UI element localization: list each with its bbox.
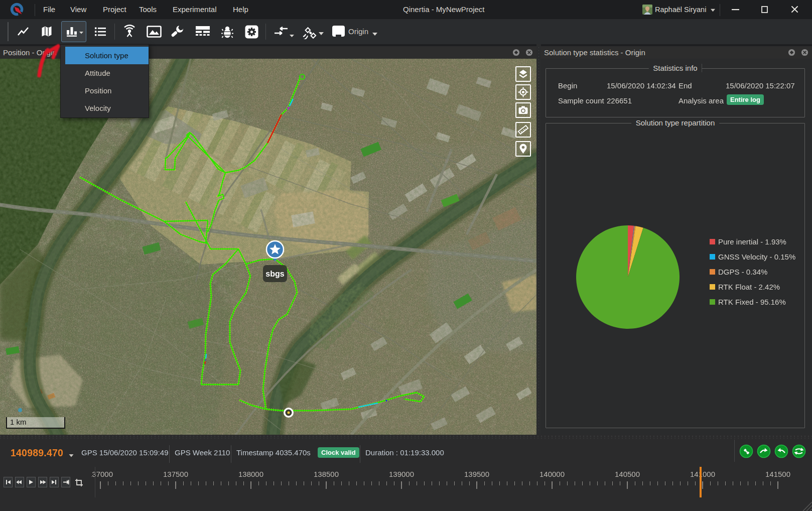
svg-text:sbgs: sbgs: [265, 270, 284, 278]
svg-text:140500: 140500: [615, 470, 640, 478]
svg-text:GNSS Velocity - 0.15%: GNSS Velocity - 0.15%: [718, 252, 795, 261]
svg-text:141000: 141000: [690, 470, 715, 478]
svg-text:RTK Fixed - 95.16%: RTK Fixed - 95.16%: [718, 298, 786, 306]
svg-text:139500: 139500: [464, 470, 489, 478]
svg-text:Pure inertial - 1.93%: Pure inertial - 1.93%: [718, 237, 786, 246]
svg-text:138000: 138000: [238, 470, 263, 478]
svg-text:140000: 140000: [539, 470, 565, 478]
svg-text:141500: 141500: [765, 470, 790, 478]
svg-text:RTK Float - 2.42%: RTK Float - 2.42%: [718, 283, 780, 291]
svg-text:DGPS - 0.34%: DGPS - 0.34%: [718, 268, 767, 276]
svg-text:138500: 138500: [314, 470, 339, 478]
svg-text:139000: 139000: [389, 470, 414, 478]
svg-text:137500: 137500: [163, 470, 188, 478]
